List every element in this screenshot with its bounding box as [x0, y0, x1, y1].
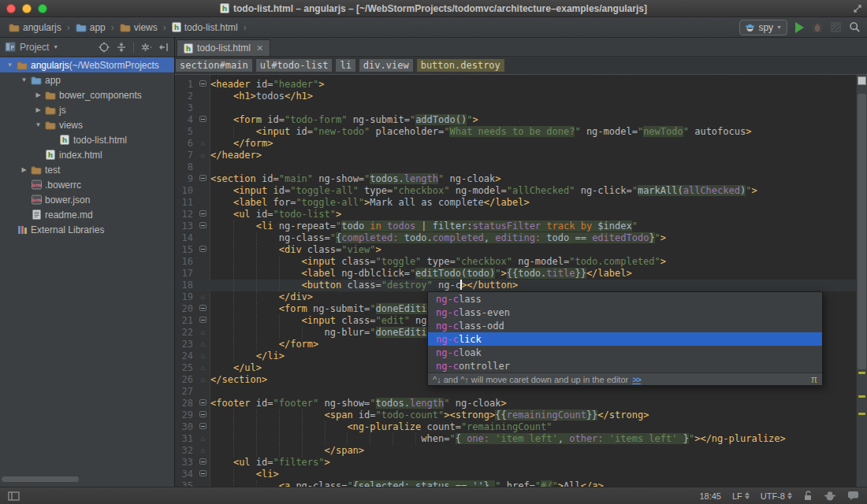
project-horizontal-scrollbar[interactable] — [2, 476, 79, 482]
completion-item-ng-class[interactable]: ng-class — [428, 292, 822, 306]
line-number[interactable]: 28 — [175, 398, 195, 410]
element-crumb-section-main[interactable]: section#main — [176, 59, 252, 72]
element-crumb-div-view[interactable]: div.view — [359, 59, 413, 72]
completion-item-ng-class-even[interactable]: ng-class-even — [428, 306, 822, 319]
code-line-11[interactable]: 11 <label for="toggle-all">Mark all as c… — [175, 197, 856, 209]
search-everywhere-icon[interactable] — [849, 21, 861, 33]
code-line-30[interactable]: 30 <ng-pluralize count="remainingCount" — [175, 421, 856, 433]
code-line-4[interactable]: 4 <form id="todo-form" ng-submit="addTod… — [175, 114, 856, 126]
encoding-widget[interactable]: UTF-8 — [761, 491, 792, 501]
fold-collapse-icon[interactable] — [195, 79, 210, 91]
breadcrumb-app[interactable]: app — [73, 21, 108, 34]
tree-item-js[interactable]: ▶js — [0, 102, 174, 117]
tree-item-bower-components[interactable]: ▶bower_components — [0, 87, 174, 102]
line-number[interactable]: 33 — [175, 457, 195, 469]
code-line-7[interactable]: 7⌂</header> — [175, 150, 856, 161]
fold-end-icon[interactable]: ⌂ — [195, 362, 210, 374]
line-number[interactable]: 13 — [175, 220, 195, 232]
fullscreen-icon[interactable] — [853, 4, 862, 13]
tree-item-bower-json[interactable]: JSONbower.json — [0, 192, 174, 207]
minimize-window-button[interactable] — [22, 4, 32, 13]
code-line-12[interactable]: 12 <ul id="todo-list"> — [175, 209, 856, 220]
tree-item-bowerrc[interactable]: JSON.bowerrc — [0, 177, 174, 192]
line-number[interactable]: 14 — [175, 232, 195, 244]
breadcrumb-angularjs[interactable]: angularjs — [6, 21, 64, 34]
warning-stripe-mark[interactable] — [858, 395, 865, 398]
code-line-2[interactable]: 2 <h1>todos</h1> — [175, 91, 856, 102]
element-crumb-li[interactable]: li — [336, 59, 355, 72]
code-line-8[interactable]: 8 — [175, 161, 856, 173]
line-number[interactable]: 25 — [175, 362, 195, 374]
line-number[interactable]: 30 — [175, 421, 195, 433]
line-number[interactable]: 11 — [175, 197, 195, 209]
fold-collapse-icon[interactable] — [195, 114, 210, 126]
run-configuration-select[interactable]: spy ▼ — [739, 20, 787, 35]
line-number[interactable]: 2 — [175, 91, 195, 102]
hint-more-link[interactable]: >> — [632, 375, 641, 384]
tree-item-index-html[interactable]: hindex.html — [0, 147, 174, 162]
line-number[interactable]: 24 — [175, 350, 195, 362]
tree-item-angularjs[interactable]: ▼angularjs (~/WebStormProjects — [0, 57, 174, 72]
fold-end-icon[interactable]: ⌂ — [195, 327, 210, 339]
fold-collapse-icon[interactable] — [195, 173, 210, 185]
line-number[interactable]: 27 — [175, 386, 195, 398]
line-number[interactable]: 8 — [175, 161, 195, 173]
breadcrumb-views[interactable]: views — [117, 21, 160, 34]
code-line-15[interactable]: 15 <div class="view"> — [175, 244, 856, 256]
chevron-down-icon[interactable]: ▼ — [19, 76, 29, 83]
code-editor[interactable]: 1<header id="header">2 <h1>todos</h1>34 … — [175, 75, 867, 487]
completion-item-ng-class-odd[interactable]: ng-class-odd — [428, 319, 822, 332]
code-line-29[interactable]: 29 <span id="todo-count"><strong>{{remai… — [175, 410, 856, 421]
fold-collapse-icon[interactable] — [195, 220, 210, 232]
close-window-button[interactable] — [6, 4, 16, 13]
code-line-27[interactable]: 27 — [175, 386, 856, 398]
tree-item-todo-list-html[interactable]: htodo-list.html — [0, 132, 174, 147]
line-number[interactable]: 34 — [175, 469, 195, 480]
line-number[interactable]: 7 — [175, 150, 195, 161]
line-number[interactable]: 6 — [175, 138, 195, 150]
fold-collapse-icon[interactable] — [195, 410, 210, 421]
editor-scrollbar[interactable] — [856, 75, 867, 487]
code-line-35[interactable]: 35 <a ng-class="{selected: status == ''}… — [175, 480, 856, 487]
code-line-18[interactable]: 18 <button class="destroy" ng-c></button… — [175, 280, 856, 291]
element-crumb-ul-todo-list[interactable]: ul#todo-list — [256, 59, 333, 72]
fold-end-icon[interactable]: ⌂ — [195, 138, 210, 150]
code-line-31[interactable]: 31⌂ when="{ one: 'item left', other: 'it… — [175, 433, 856, 445]
locate-file-icon[interactable] — [99, 42, 110, 53]
line-number[interactable]: 29 — [175, 410, 195, 421]
fold-end-icon[interactable]: ⌂ — [195, 433, 210, 445]
tree-item-test[interactable]: ▶test — [0, 162, 174, 177]
line-number[interactable]: 1 — [175, 79, 195, 91]
code-line-34[interactable]: 34 <li> — [175, 469, 856, 480]
code-line-33[interactable]: 33 <ul id="filters"> — [175, 457, 856, 469]
chevron-right-icon[interactable]: ▶ — [19, 166, 29, 173]
warning-stripe-mark[interactable] — [858, 372, 865, 374]
inspection-indicator[interactable] — [858, 76, 866, 85]
lock-icon[interactable] — [803, 491, 813, 501]
fold-end-icon[interactable]: ⌂ — [195, 291, 210, 303]
close-tab-icon[interactable]: ✕ — [256, 43, 263, 54]
line-number[interactable]: 12 — [175, 209, 195, 220]
line-number[interactable]: 21 — [175, 315, 195, 327]
breadcrumb-todo-list-html[interactable]: htodo-list.html — [169, 21, 240, 34]
fold-end-icon[interactable]: ⌂ — [195, 350, 210, 362]
warning-stripe-mark[interactable] — [858, 413, 865, 415]
line-number[interactable]: 23 — [175, 339, 195, 350]
line-number[interactable]: 35 — [175, 480, 195, 487]
event-log-bubble-icon[interactable] — [847, 491, 859, 501]
fold-end-icon[interactable]: ⌂ — [195, 445, 210, 457]
fold-end-icon[interactable]: ⌂ — [195, 374, 210, 386]
code-line-14[interactable]: 14 ng-class="{completed: todo.completed,… — [175, 232, 856, 244]
fold-collapse-icon[interactable] — [195, 244, 210, 256]
line-number[interactable]: 20 — [175, 303, 195, 315]
collapse-all-icon[interactable] — [116, 42, 127, 53]
fold-collapse-icon[interactable] — [195, 398, 210, 410]
code-line-32[interactable]: 32⌂ </span> — [175, 445, 856, 457]
fold-collapse-icon[interactable] — [195, 469, 210, 480]
tree-item-views[interactable]: ▼views — [0, 117, 174, 132]
line-number[interactable]: 16 — [175, 256, 195, 268]
chevron-down-icon[interactable]: ▼ — [53, 44, 58, 50]
code-line-6[interactable]: 6⌂ </form> — [175, 138, 856, 150]
fold-collapse-icon[interactable] — [195, 421, 210, 433]
line-number[interactable]: 32 — [175, 445, 195, 457]
